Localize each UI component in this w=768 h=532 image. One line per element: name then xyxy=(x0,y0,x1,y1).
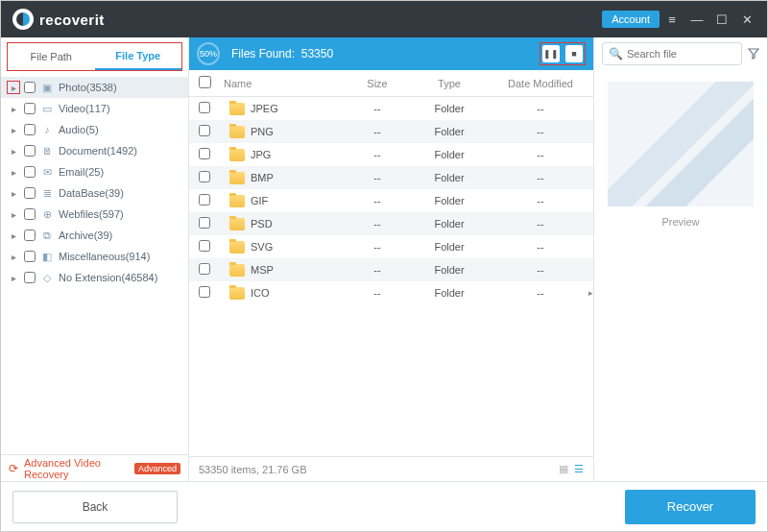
close-icon[interactable]: ✕ xyxy=(734,7,759,32)
app-name: recoverit xyxy=(39,12,105,28)
row-checkbox[interactable] xyxy=(199,148,210,159)
document-icon: 🗎 xyxy=(39,144,55,157)
tree-item-database[interactable]: ▸ ≣ DataBase(39) xyxy=(1,182,188,204)
back-button[interactable]: Back xyxy=(12,491,178,523)
logo-mark-icon xyxy=(12,9,34,30)
tree-checkbox[interactable] xyxy=(24,208,36,220)
tree-checkbox[interactable] xyxy=(24,145,36,157)
search-icon: 🔍 xyxy=(609,47,623,60)
tree-item-email[interactable]: ▸ ✉ Email(25) xyxy=(1,161,188,182)
minimize-icon[interactable]: — xyxy=(684,7,709,32)
chevron-right-icon[interactable]: ▸ xyxy=(7,250,20,263)
table-row[interactable]: BMP--Folder-- xyxy=(189,166,593,189)
row-checkbox[interactable] xyxy=(199,240,210,252)
select-all-checkbox[interactable] xyxy=(199,76,211,88)
chevron-right-icon[interactable]: ▸ xyxy=(7,165,20,179)
tree-checkbox[interactable] xyxy=(24,272,36,283)
tree-item-misc[interactable]: ▸ ◧ Miscellaneous(914) xyxy=(1,246,188,267)
chevron-right-icon[interactable]: ▸ xyxy=(7,144,20,157)
tree-item-video[interactable]: ▸ ▭ Video(117) xyxy=(1,98,188,119)
row-checkbox[interactable] xyxy=(199,171,210,182)
tree-item-archive[interactable]: ▸ ⧉ Archive(39) xyxy=(1,225,188,246)
row-size: -- xyxy=(344,126,411,137)
table-row[interactable]: MSP--Folder-- xyxy=(189,258,593,281)
stop-button[interactable]: ■ xyxy=(565,45,583,62)
col-type[interactable]: Type xyxy=(411,78,488,89)
file-list[interactable]: JPEG--Folder--PNG--Folder--JPG--Folder--… xyxy=(189,97,593,456)
filter-icon[interactable] xyxy=(748,48,759,60)
table-row[interactable]: ICO--Folder--▸ xyxy=(189,281,593,304)
files-found-label: Files Found: xyxy=(231,47,295,60)
list-view-icon[interactable]: ☰ xyxy=(574,463,584,475)
misc-icon: ◧ xyxy=(39,250,55,263)
tree-checkbox[interactable] xyxy=(24,166,36,178)
footer: Back Recover xyxy=(1,481,767,531)
tree-checkbox[interactable] xyxy=(24,82,36,93)
row-date: -- xyxy=(488,172,593,183)
account-button[interactable]: Account xyxy=(602,11,660,28)
tree-checkbox[interactable] xyxy=(24,230,36,241)
row-checkbox[interactable] xyxy=(199,125,210,136)
tree-item-label: Audio(5) xyxy=(59,124,99,135)
tree-item-webfiles[interactable]: ▸ ⊕ Webfiles(597) xyxy=(1,204,188,225)
chevron-right-icon[interactable]: ▸ xyxy=(7,207,20,221)
table-row[interactable]: JPEG--Folder-- xyxy=(189,97,593,120)
menu-icon[interactable]: ≡ xyxy=(660,7,684,32)
chevron-right-icon[interactable]: ▸ xyxy=(7,81,20,94)
main-area: File Path File Type ▸ ▣ Photo(3538) ▸ ▭ … xyxy=(1,37,767,481)
tree-item-label: Webfiles(597) xyxy=(59,208,124,220)
tab-file-path[interactable]: File Path xyxy=(8,43,95,70)
row-name: SVG xyxy=(251,241,273,253)
row-checkbox[interactable] xyxy=(199,102,210,113)
row-type: Folder xyxy=(411,195,488,206)
row-checkbox[interactable] xyxy=(199,263,210,275)
row-name: JPG xyxy=(251,149,271,160)
avr-label: Advanced Video Recovery xyxy=(24,457,129,480)
tree-checkbox[interactable] xyxy=(24,103,36,114)
row-date: -- xyxy=(488,287,593,299)
image-icon: ▣ xyxy=(39,81,55,94)
chevron-right-icon[interactable]: ▸ xyxy=(7,123,20,136)
table-row[interactable]: GIF--Folder-- xyxy=(189,189,593,212)
maximize-icon[interactable]: ☐ xyxy=(709,7,734,32)
tree-checkbox[interactable] xyxy=(24,251,36,262)
tree-checkbox[interactable] xyxy=(24,124,36,135)
chevron-right-icon[interactable]: ▸ xyxy=(7,102,20,115)
row-size: -- xyxy=(344,149,411,160)
sidebar-tabs: File Path File Type xyxy=(7,42,182,71)
tree-item-noext[interactable]: ▸ ◇ No Extension(46584) xyxy=(1,267,188,288)
chevron-right-icon[interactable]: ▸ xyxy=(588,288,593,298)
advanced-video-recovery[interactable]: ⟳ Advanced Video Recovery Advanced xyxy=(1,454,188,481)
table-row[interactable]: PSD--Folder-- xyxy=(189,212,593,235)
grid-view-icon[interactable]: ▦ xyxy=(559,463,568,475)
table-row[interactable]: JPG--Folder-- xyxy=(189,143,593,166)
table-row[interactable]: SVG--Folder-- xyxy=(189,235,593,258)
files-found-value: 53350 xyxy=(301,47,333,60)
col-date[interactable]: Date Modified xyxy=(488,78,593,89)
recover-button[interactable]: Recover xyxy=(625,490,756,524)
tree-item-document[interactable]: ▸ 🗎 Document(1492) xyxy=(1,140,188,161)
folder-icon xyxy=(229,264,245,277)
row-checkbox[interactable] xyxy=(199,286,210,298)
chevron-right-icon[interactable]: ▸ xyxy=(7,229,20,242)
web-icon: ⊕ xyxy=(39,207,55,221)
row-size: -- xyxy=(344,241,411,253)
table-row[interactable]: PNG--Folder-- xyxy=(189,120,593,143)
chevron-right-icon[interactable]: ▸ xyxy=(7,271,20,284)
row-date: -- xyxy=(488,149,593,160)
tree-item-audio[interactable]: ▸ ♪ Audio(5) xyxy=(1,119,188,140)
row-size: -- xyxy=(344,195,411,206)
pause-button[interactable]: ❚❚ xyxy=(542,45,560,62)
row-checkbox[interactable] xyxy=(199,217,210,229)
chevron-right-icon[interactable]: ▸ xyxy=(7,186,20,200)
search-input[interactable] xyxy=(627,48,735,60)
folder-icon xyxy=(229,172,245,184)
tree-checkbox[interactable] xyxy=(24,187,36,199)
col-name[interactable]: Name xyxy=(220,78,344,89)
tree-item-label: Archive(39) xyxy=(59,230,112,241)
tree-item-photo[interactable]: ▸ ▣ Photo(3538) xyxy=(1,77,188,98)
app-window: recoverit Account ≡ — ☐ ✕ File Path File… xyxy=(1,1,767,531)
row-checkbox[interactable] xyxy=(199,194,210,206)
col-size[interactable]: Size xyxy=(344,78,411,89)
tab-file-type[interactable]: File Type xyxy=(95,43,182,70)
